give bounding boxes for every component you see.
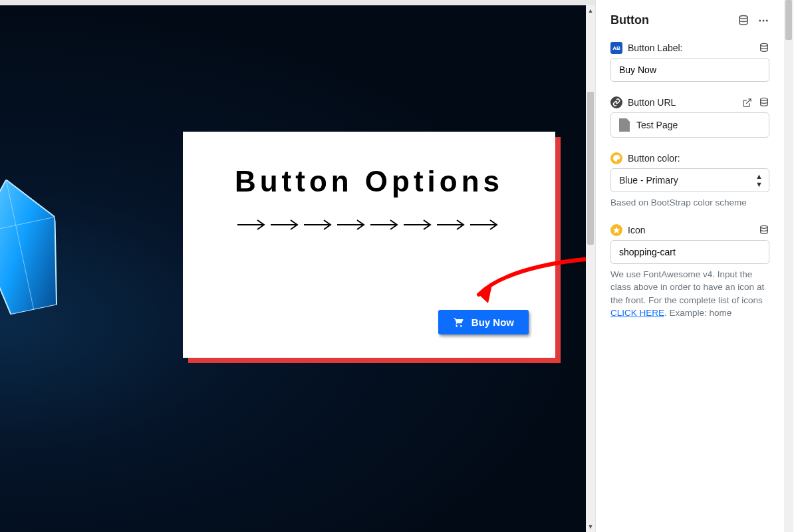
star-icon: [610, 224, 622, 236]
icon-field-title: Icon: [628, 225, 645, 235]
external-link-icon[interactable]: [742, 98, 752, 108]
svg-point-14: [763, 19, 765, 21]
arrow-right-icon: [336, 218, 369, 231]
icon-help-link[interactable]: CLICK HERE: [610, 308, 664, 318]
svg-point-13: [759, 19, 761, 21]
block-title: Button: [610, 13, 649, 27]
scrollbar-up-icon[interactable]: ▲: [586, 5, 595, 16]
dynamic-source-icon[interactable]: [759, 97, 769, 108]
button-color-help: Based on BootStrap color scheme: [610, 196, 769, 209]
button-label-input[interactable]: [610, 58, 769, 82]
arrow-right-icon: [269, 218, 303, 231]
button-label-title: Button Label:: [628, 43, 683, 53]
page-vertical-scrollbar[interactable]: [784, 0, 793, 532]
diamond-graphic: [0, 172, 72, 319]
demo-card: Button Options: [183, 132, 555, 358]
arrow-right-icon: [303, 218, 336, 231]
dynamic-source-icon[interactable]: [759, 43, 769, 53]
preview-canvas: Button Options: [0, 5, 586, 532]
icon-field-help: We use FontAwesome v4. Input the class a…: [610, 268, 769, 320]
arrows-divider: [209, 218, 529, 231]
more-options-icon[interactable]: [757, 15, 769, 27]
buy-now-button[interactable]: Buy Now: [438, 310, 529, 334]
buy-now-button-label: Buy Now: [471, 317, 514, 328]
icon-help-post: . Example: home: [664, 308, 732, 318]
svg-marker-0: [0, 172, 72, 319]
scrollbar-down-icon[interactable]: ▼: [586, 521, 595, 532]
arrow-right-icon: [402, 218, 436, 231]
icon-help-pre: We use FontAwesome v4. Input the class a…: [610, 269, 764, 305]
button-url-title: Button URL: [628, 97, 676, 108]
sidebar-header: Button: [610, 13, 769, 27]
link-field-icon: [610, 96, 622, 108]
preview-vertical-scrollbar[interactable]: ▲ ▼: [586, 5, 595, 532]
dynamic-source-icon[interactable]: [759, 225, 769, 235]
svg-point-16: [761, 43, 768, 46]
text-field-icon: AB: [610, 42, 622, 54]
svg-line-17: [746, 98, 751, 103]
button-label-field: AB Button Label:: [610, 42, 769, 82]
dynamic-source-icon[interactable]: [737, 15, 749, 27]
button-color-selected: Blue - Primary: [619, 175, 678, 186]
block-settings-sidebar: Button AB Button Label:: [595, 0, 784, 532]
button-color-title: Button color:: [628, 153, 680, 164]
svg-point-15: [766, 19, 768, 21]
svg-point-12: [739, 15, 747, 19]
svg-marker-19: [613, 227, 620, 233]
demo-card-title: Button Options: [209, 165, 529, 198]
arrow-right-icon: [436, 218, 469, 231]
page-preview: Button Options: [0, 0, 595, 532]
button-url-picker[interactable]: Test Page: [610, 112, 769, 138]
svg-point-20: [761, 225, 768, 228]
arrow-right-icon: [236, 218, 269, 231]
button-url-value: Test Page: [636, 120, 678, 130]
shopping-cart-icon: [453, 317, 465, 328]
button-color-field: Button color: Blue - Primary ▲▼ Based on…: [610, 152, 769, 209]
scrollbar-thumb[interactable]: [785, 0, 792, 40]
icon-class-input[interactable]: [610, 240, 769, 264]
svg-point-18: [761, 98, 768, 100]
button-color-select[interactable]: Blue - Primary: [610, 168, 769, 192]
arrow-right-icon: [369, 218, 402, 231]
palette-icon: [610, 152, 622, 164]
icon-field: Icon We use FontAwesome v4. Input the cl…: [610, 224, 769, 320]
arrow-right-icon: [469, 218, 502, 231]
scrollbar-thumb[interactable]: [587, 92, 594, 245]
page-icon: [619, 118, 630, 132]
demo-card-face: Button Options: [183, 132, 555, 358]
button-url-field: Button URL Test Page: [610, 96, 769, 138]
